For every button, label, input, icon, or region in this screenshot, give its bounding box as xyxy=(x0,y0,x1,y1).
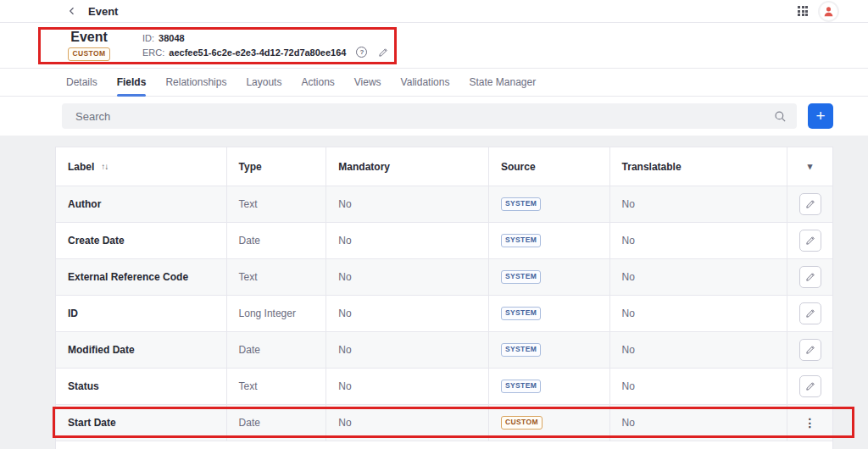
cell-translatable: No xyxy=(610,186,788,222)
cell-translatable: No xyxy=(610,259,788,295)
entity-meta: ID: 38048 ERC: aecfee51-6c2e-e2e3-4d12-7… xyxy=(142,33,389,58)
entity-header: Event CUSTOM ID: 38048 ERC: aecfee51-6c2… xyxy=(0,23,868,69)
column-header-label[interactable]: Label ↑↓ xyxy=(56,147,227,186)
table-row: AuthorTextNoSYSTEMNo xyxy=(56,186,832,222)
edit-field-button[interactable] xyxy=(799,375,821,397)
source-badge: SYSTEM xyxy=(501,234,541,247)
cell-type: Date xyxy=(227,223,327,258)
app-window: Event Event CUSTOM ID: 38048 ER xyxy=(0,0,868,449)
search-box xyxy=(62,103,797,129)
cell-source: SYSTEM xyxy=(489,296,610,331)
tab-actions[interactable]: Actions xyxy=(301,69,334,96)
cell-actions xyxy=(787,259,832,295)
edit-field-button[interactable] xyxy=(799,230,821,252)
source-badge: SYSTEM xyxy=(501,197,541,210)
page-title: Event xyxy=(88,5,118,18)
sort-arrows-icon[interactable]: ↑↓ xyxy=(101,162,108,171)
id-value: 38048 xyxy=(159,33,185,43)
source-badge: SYSTEM xyxy=(501,270,541,283)
table-row: Start DateDateNoCUSTOMNo⋮ xyxy=(56,404,832,441)
column-header-translatable: Translatable xyxy=(610,147,788,186)
cell-type: Text xyxy=(227,186,327,222)
id-label: ID: xyxy=(142,33,154,43)
search-icon xyxy=(774,110,787,123)
table-row: StatusTextNoSYSTEMNo xyxy=(56,368,832,404)
cell-translatable: No xyxy=(610,369,788,404)
column-header-label-text: Label xyxy=(68,161,94,173)
table-header: Label ↑↓ Type Mandatory Source Translata… xyxy=(56,147,832,186)
tab-views[interactable]: Views xyxy=(354,69,381,96)
cell-translatable: No xyxy=(610,223,788,258)
tab-relationships[interactable]: Relationships xyxy=(165,69,226,96)
cell-type: Text xyxy=(227,369,327,404)
entity-id-row: ID: 38048 xyxy=(142,33,389,43)
edit-field-button[interactable] xyxy=(799,302,821,324)
table-row: Modified DateDateNoSYSTEMNo xyxy=(56,331,832,368)
table-row: External Reference CodeTextNoSYSTEMNo xyxy=(56,258,832,295)
erc-value: aecfee51-6c2e-e2e3-4d12-72d7a80ee164 xyxy=(169,47,346,58)
back-chevron-icon[interactable] xyxy=(66,5,78,17)
cell-actions xyxy=(787,369,832,404)
pencil-icon xyxy=(804,271,816,283)
source-badge: CUSTOM xyxy=(501,416,542,429)
cell-translatable: No xyxy=(610,405,788,441)
entity-name: Event xyxy=(70,30,108,45)
cell-actions: ⋮ xyxy=(787,405,832,441)
cell-mandatory: No xyxy=(326,332,489,368)
tab-layouts[interactable]: Layouts xyxy=(246,69,281,96)
info-circle-icon[interactable]: ? xyxy=(356,47,367,58)
column-header-mandatory: Mandatory xyxy=(326,147,489,186)
source-badge: SYSTEM xyxy=(501,343,541,356)
tab-state-manager[interactable]: State Manager xyxy=(469,69,536,96)
erc-label: ERC: xyxy=(142,47,164,58)
user-avatar-icon[interactable] xyxy=(820,3,837,20)
cell-label: ID xyxy=(56,296,227,331)
cell-mandatory: No xyxy=(326,296,489,331)
cell-source: CUSTOM xyxy=(489,405,610,441)
cell-label: Modified Date xyxy=(56,332,227,368)
search-input[interactable] xyxy=(75,110,774,123)
column-header-source: Source xyxy=(489,147,610,186)
cell-mandatory: No xyxy=(326,369,489,404)
chevron-down-icon[interactable]: ▾ xyxy=(808,161,813,172)
cell-source: SYSTEM xyxy=(489,369,610,404)
source-badge: SYSTEM xyxy=(501,380,541,392)
cell-translatable: No xyxy=(610,332,788,368)
edit-field-button[interactable] xyxy=(799,266,821,288)
topbar-actions xyxy=(798,3,837,20)
edit-erc-pencil-icon[interactable] xyxy=(377,47,389,58)
cell-type: Long Integer xyxy=(227,296,327,331)
add-field-button[interactable]: + xyxy=(808,103,833,129)
pencil-icon xyxy=(804,198,816,210)
cell-label: Author xyxy=(56,186,227,222)
cell-label: Status xyxy=(56,369,227,404)
edit-field-button[interactable] xyxy=(799,193,821,215)
cell-label: External Reference Code xyxy=(56,259,227,295)
pencil-icon xyxy=(804,380,816,392)
cell-actions xyxy=(787,223,832,258)
column-header-type: Type xyxy=(227,147,327,186)
table-row: Create DateDateNoSYSTEMNo xyxy=(56,222,832,258)
apps-grid-icon[interactable] xyxy=(798,6,808,16)
entity-custom-badge: CUSTOM xyxy=(68,47,109,60)
cell-source: SYSTEM xyxy=(489,259,610,295)
source-badge: SYSTEM xyxy=(501,307,541,319)
cell-source: SYSTEM xyxy=(489,332,610,368)
cell-mandatory: No xyxy=(326,259,489,295)
cell-type: Date xyxy=(227,405,327,441)
pencil-icon xyxy=(804,344,816,356)
cell-type: Text xyxy=(227,259,327,295)
edit-field-button[interactable] xyxy=(799,339,821,361)
cell-source: SYSTEM xyxy=(489,223,610,258)
tab-validations[interactable]: Validations xyxy=(401,69,450,96)
cell-type: Date xyxy=(227,332,327,368)
cell-label: Create Date xyxy=(56,223,227,258)
cell-mandatory: No xyxy=(326,405,489,441)
cell-translatable: No xyxy=(610,296,788,331)
tab-fields[interactable]: Fields xyxy=(117,69,147,96)
column-header-actions: ▾ xyxy=(787,147,832,186)
table-body: AuthorTextNoSYSTEMNoCreate DateDateNoSYS… xyxy=(56,186,832,441)
table-row-partial xyxy=(56,441,832,449)
kebab-menu-icon[interactable]: ⋮ xyxy=(799,413,821,432)
tab-details[interactable]: Details xyxy=(66,69,97,96)
